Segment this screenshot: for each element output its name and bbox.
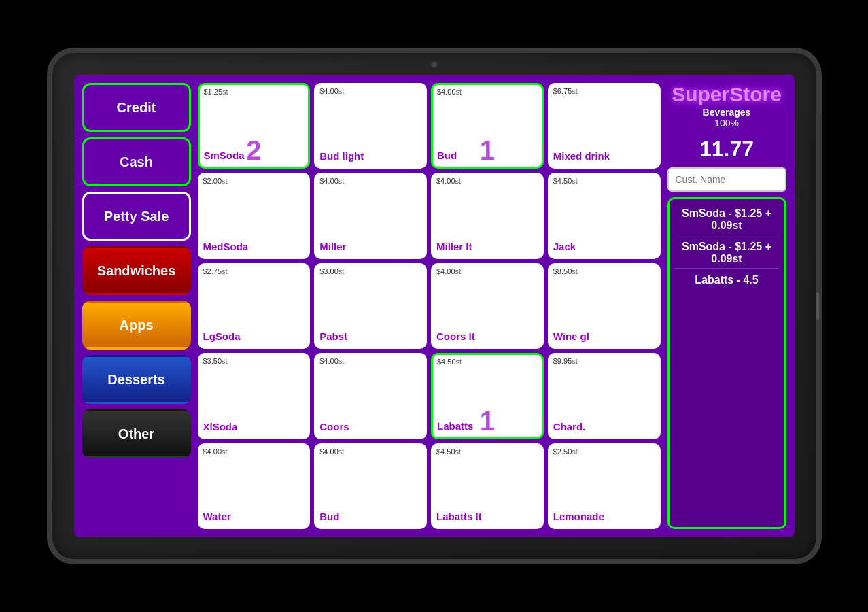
product-name-p10: Pabst	[319, 330, 347, 345]
other-button[interactable]: Other	[82, 409, 191, 458]
product-name-p16: Chard.	[553, 421, 586, 435]
total-amount: 11.77	[667, 137, 786, 162]
screen: Credit Cash Petty Sale Sandwiches Apps D…	[74, 75, 795, 537]
product-button-p15[interactable]: $4.50stLabatts1	[431, 353, 544, 439]
left-panel: Credit Cash Petty Sale Sandwiches Apps D…	[82, 83, 191, 529]
product-name-p17: Water	[203, 511, 231, 525]
product-button-p13[interactable]: $3.50stXlSoda	[198, 353, 311, 439]
product-qty-p15: 1	[480, 407, 495, 435]
store-category: Beverages	[667, 107, 786, 118]
credit-button[interactable]: Credit	[82, 83, 191, 132]
product-name-p18: Bud	[319, 511, 339, 525]
product-button-p11[interactable]: $4.00stCoors lt	[431, 263, 544, 349]
product-button-p1[interactable]: $1.25stSmSoda2	[198, 83, 311, 169]
product-qty-p3: 1	[480, 137, 495, 164]
product-name-p14: Coors	[319, 421, 349, 435]
product-button-p14[interactable]: $4.00stCoors	[314, 353, 427, 439]
product-name-p8: Jack	[553, 241, 576, 255]
cash-button[interactable]: Cash	[82, 137, 191, 186]
product-qty-p1: 2	[246, 137, 261, 164]
product-name-p20: Lemonade	[553, 511, 604, 525]
product-name-p9: LgSoda	[203, 330, 241, 345]
product-button-p7[interactable]: $4.00stMiller lt	[431, 173, 544, 258]
product-button-p17[interactable]: $4.00stWater	[198, 443, 311, 529]
product-name-p4: Mixed drink	[553, 150, 610, 165]
product-name-p1: SmSoda	[204, 150, 245, 164]
right-panel: SuperStore Beverages 100% 11.77 SmSoda -…	[667, 83, 786, 529]
product-name-p11: Coors lt	[436, 330, 475, 345]
product-button-p5[interactable]: $2.00stMedSoda	[198, 173, 311, 258]
product-button-p19[interactable]: $4.50stLabatts lt	[431, 443, 544, 529]
product-name-p7: Miller lt	[436, 241, 472, 255]
product-button-p2[interactable]: $4.00stBud light	[314, 83, 427, 169]
product-name-p13: XlSoda	[203, 421, 238, 435]
apps-button[interactable]: Apps	[82, 301, 191, 350]
order-item-2: Labatts - 4.5	[675, 271, 779, 289]
order-list: SmSoda - $1.25 + 0.09stSmSoda - $1.25 + …	[667, 197, 786, 529]
product-button-p12[interactable]: $8.50stWine gl	[548, 263, 661, 349]
desserts-button[interactable]: Desserts	[82, 355, 191, 404]
sandwiches-button[interactable]: Sandwiches	[82, 246, 191, 295]
customer-name-input[interactable]	[667, 167, 786, 192]
product-grid: $1.25stSmSoda2$4.00stBud light$4.00stBud…	[198, 83, 661, 529]
product-button-p9[interactable]: $2.75stLgSoda	[198, 263, 311, 349]
center-panel: $1.25stSmSoda2$4.00stBud light$4.00stBud…	[198, 83, 661, 529]
product-name-p6: Miller	[319, 241, 346, 255]
product-name-p3: Bud	[437, 150, 457, 164]
product-button-p4[interactable]: $6.75stMixed drink	[548, 83, 661, 169]
product-name-p15: Labatts	[437, 420, 473, 435]
store-header: SuperStore Beverages 100%	[667, 83, 786, 129]
product-button-p3[interactable]: $4.00stBud1	[431, 83, 544, 169]
petty-sale-button[interactable]: Petty Sale	[82, 192, 191, 241]
product-name-p2: Bud light	[319, 150, 364, 165]
order-item-0: SmSoda - $1.25 + 0.09st	[675, 205, 779, 235]
product-name-p19: Labatts lt	[436, 511, 482, 525]
product-button-p16[interactable]: $9.95stChard.	[548, 353, 661, 439]
product-button-p20[interactable]: $2.50stLemonade	[548, 443, 661, 529]
product-button-p8[interactable]: $4.50stJack	[548, 173, 661, 258]
product-button-p6[interactable]: $4.00stMiller	[314, 173, 427, 258]
product-name-p12: Wine gl	[553, 330, 589, 345]
product-name-p5: MedSoda	[203, 241, 249, 255]
product-button-p18[interactable]: $4.00stBud	[314, 443, 427, 529]
tablet: Credit Cash Petty Sale Sandwiches Apps D…	[47, 48, 822, 564]
product-button-p10[interactable]: $3.00stPabst	[314, 263, 427, 349]
order-item-1: SmSoda - $1.25 + 0.09st	[675, 238, 779, 269]
store-percentage: 100%	[667, 118, 786, 129]
store-name: SuperStore	[667, 83, 786, 105]
